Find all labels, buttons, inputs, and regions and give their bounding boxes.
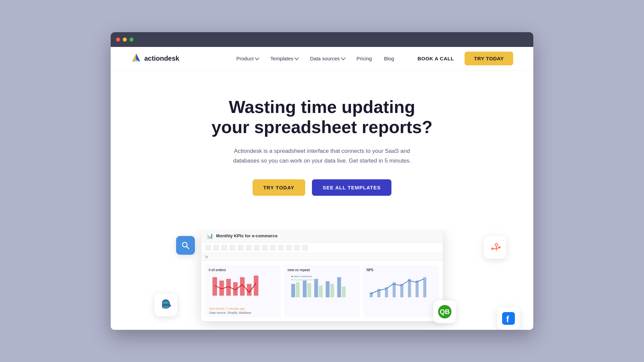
svg-rect-36 (423, 277, 426, 297)
try-today-hero-button[interactable]: TRY TODAY (253, 179, 305, 196)
refresh-text: last refresh: 7 minutes ago (209, 307, 245, 310)
nav-links: Product Templates Data sources Pricing B… (231, 53, 398, 64)
svg-rect-18 (296, 282, 300, 297)
svg-point-38 (496, 244, 497, 246)
logo-icon (131, 53, 142, 64)
logo-text: actiondesk (144, 55, 179, 62)
svg-rect-23 (326, 281, 329, 297)
toolbar-row (201, 243, 443, 253)
toolbar-btn (302, 245, 308, 251)
try-today-nav-button[interactable]: TRY TODAY (465, 52, 513, 65)
nps-title: NPS (367, 268, 435, 272)
toolbar-btn (278, 245, 284, 251)
toolbar-btn (237, 245, 244, 251)
logo[interactable]: actiondesk (131, 53, 179, 64)
nav-link-data-sources[interactable]: Data sources (305, 53, 349, 64)
nav-link-templates[interactable]: Templates (266, 53, 303, 64)
svg-rect-20 (308, 283, 311, 297)
toolbar-btn (246, 245, 252, 251)
chevron-down-icon (255, 56, 259, 60)
svg-point-46 (162, 306, 169, 309)
formula-bar: fx (201, 253, 443, 261)
spreadsheet-header: 📊 Monthly KPIs for e-commerce (201, 229, 443, 243)
svg-line-5 (186, 246, 189, 249)
svg-text:QB: QB (440, 308, 450, 315)
svg-point-41 (491, 248, 494, 250)
svg-text:■ Repeat customers: ■ Repeat customers (291, 279, 316, 281)
new-vs-repeat-title: new vs repeat (287, 268, 356, 272)
nav-cta-group: BOOK A CALL TRY TODAY (412, 52, 513, 65)
spreadsheet-title: Monthly KPIs for e-commerce (216, 233, 278, 238)
chevron-down-icon (341, 56, 345, 60)
spreadsheet-card: 📊 Monthly KPIs for e-commerce (201, 229, 443, 321)
search-integration-icon (176, 236, 195, 255)
see-templates-button[interactable]: SEE ALL TEMPLATES (312, 179, 391, 196)
svg-rect-25 (337, 277, 341, 297)
traffic-light-red[interactable] (116, 38, 120, 42)
svg-rect-21 (314, 279, 318, 297)
toolbar-btn (254, 245, 260, 251)
svg-point-47 (162, 301, 169, 304)
nav-link-product[interactable]: Product (231, 53, 263, 64)
toolbar-btn (262, 245, 268, 251)
svg-text:f: f (506, 314, 509, 324)
svg-rect-34 (408, 279, 411, 297)
browser-chrome (111, 32, 533, 47)
nps-chart: NPS (363, 265, 439, 317)
toolbar-btn (205, 245, 211, 251)
new-vs-repeat-chart: new vs repeat ■ New cus (284, 265, 360, 317)
facebook-integration-icon: f (497, 307, 520, 330)
svg-rect-22 (319, 286, 323, 297)
datasource-text: Data source: Shopify, database (209, 311, 251, 314)
svg-rect-32 (392, 282, 395, 297)
nav-link-pricing[interactable]: Pricing (352, 53, 377, 64)
svg-rect-30 (377, 289, 380, 297)
page-content: actiondesk Product Templates Data source… (111, 47, 533, 330)
svg-rect-17 (291, 284, 295, 297)
traffic-light-yellow[interactable] (123, 38, 127, 42)
orders-chart: # of orders last refresh: 7 minutes ago (205, 265, 281, 317)
toolbar-btn (213, 245, 219, 251)
hero-subtitle: Actiondesk is a spreadsheet interface th… (225, 146, 419, 166)
quickbooks-integration-icon: QB (433, 300, 456, 323)
chart-area: # of orders last refresh: 7 minutes ago (201, 261, 443, 321)
hero-section: Wasting time updating your spreadsheet r… (111, 70, 533, 229)
svg-text:■ New customers: ■ New customers (291, 275, 312, 278)
toolbar-btn (221, 245, 227, 251)
hero-title: Wasting time updating your spreadsheet r… (208, 97, 436, 137)
svg-point-43 (498, 246, 501, 249)
chart-icon: 📊 (207, 233, 213, 239)
dashboard-preview: 📊 Monthly KPIs for e-commerce (111, 229, 533, 330)
svg-rect-31 (385, 287, 388, 297)
toolbar-btn (286, 245, 292, 251)
svg-rect-19 (303, 281, 307, 297)
svg-rect-33 (400, 284, 403, 297)
traffic-light-green[interactable] (129, 38, 133, 42)
postgres-integration-icon (154, 294, 177, 316)
browser-window: actiondesk Product Templates Data source… (111, 32, 533, 330)
chevron-down-icon (294, 56, 299, 60)
toolbar-btn (294, 245, 300, 251)
svg-rect-35 (416, 281, 419, 297)
svg-rect-24 (330, 284, 334, 297)
toolbar-btn (229, 245, 235, 251)
svg-rect-26 (342, 287, 345, 297)
toolbar-btn (270, 245, 276, 251)
orders-chart-title: # of orders (209, 268, 277, 272)
hero-buttons: TRY TODAY SEE ALL TEMPLATES (131, 179, 513, 196)
navigation: actiondesk Product Templates Data source… (111, 47, 533, 70)
book-call-button[interactable]: BOOK A CALL (412, 53, 460, 64)
svg-rect-29 (370, 292, 373, 297)
svg-point-49 (169, 305, 171, 307)
hubspot-integration-icon (484, 236, 506, 259)
nav-link-blog[interactable]: Blog (379, 53, 399, 64)
